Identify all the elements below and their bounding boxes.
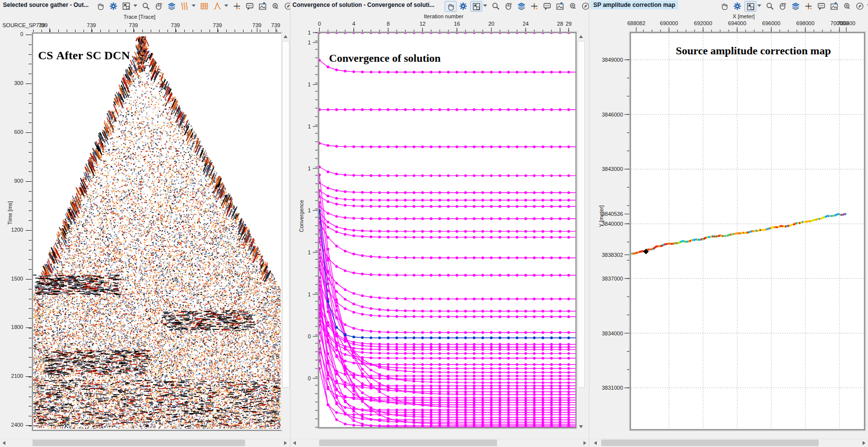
axis-tick bbox=[29, 387, 32, 387]
scroll-thumb[interactable] bbox=[319, 440, 497, 446]
data-point bbox=[455, 385, 458, 387]
scroll-left-button[interactable] bbox=[0, 439, 8, 447]
vertical-scrollbar-left[interactable] bbox=[281, 33, 289, 431]
scroll-right-button[interactable] bbox=[581, 439, 589, 447]
data-point bbox=[533, 387, 536, 390]
histogram-icon[interactable] bbox=[211, 1, 222, 11]
data-point bbox=[524, 408, 527, 411]
axis-tick bbox=[29, 44, 32, 45]
data-point bbox=[344, 423, 346, 425]
data-point bbox=[533, 315, 536, 318]
axis-tick bbox=[184, 30, 185, 32]
fit-view-icon[interactable] bbox=[121, 1, 131, 11]
data-point bbox=[473, 413, 475, 416]
seismic-plot-area[interactable] bbox=[32, 33, 283, 431]
convergence-chart[interactable]: 0481216202428291111111100Convergence of … bbox=[290, 0, 589, 447]
horizontal-scrollbar-right[interactable] bbox=[591, 439, 868, 447]
time-tick-label: 1200 bbox=[11, 227, 23, 233]
crosshair-icon[interactable] bbox=[231, 1, 242, 11]
data-point bbox=[490, 71, 493, 73]
data-point bbox=[507, 404, 510, 406]
pan-hand-icon[interactable] bbox=[95, 1, 106, 11]
data-point bbox=[490, 352, 493, 355]
data-point bbox=[395, 230, 398, 233]
horizontal-scrollbar-left[interactable] bbox=[0, 439, 290, 447]
data-point bbox=[387, 412, 389, 415]
data-point bbox=[516, 357, 518, 360]
data-point bbox=[473, 408, 475, 411]
amplitude-map-chart[interactable]: 6880826900006920006940006960006980007000… bbox=[589, 0, 868, 447]
seismic-image[interactable] bbox=[33, 34, 281, 429]
scroll-thumb[interactable] bbox=[33, 440, 245, 446]
settings-gear-icon[interactable] bbox=[108, 1, 119, 11]
data-point bbox=[507, 378, 510, 380]
data-point bbox=[438, 405, 441, 407]
wiggle-display-icon[interactable] bbox=[179, 1, 190, 11]
data-point bbox=[361, 386, 364, 389]
data-point bbox=[559, 316, 561, 318]
layers-icon[interactable] bbox=[166, 1, 177, 11]
export-image-icon[interactable] bbox=[257, 1, 268, 11]
data-point bbox=[335, 203, 338, 205]
data-point bbox=[524, 404, 527, 406]
data-point bbox=[473, 146, 475, 148]
data-point bbox=[567, 256, 570, 259]
data-point bbox=[481, 387, 484, 390]
plot-frame bbox=[630, 33, 865, 430]
scroll-left-button[interactable] bbox=[290, 439, 298, 447]
vertical-scrollbar-mid[interactable] bbox=[577, 33, 585, 431]
data-point bbox=[473, 348, 475, 351]
data-point bbox=[421, 363, 424, 366]
measure-icon[interactable] bbox=[270, 1, 281, 11]
data-point bbox=[447, 146, 450, 148]
data-point bbox=[438, 399, 441, 401]
data-point bbox=[464, 413, 467, 416]
scroll-thumb[interactable] bbox=[282, 41, 289, 388]
data-point bbox=[447, 401, 450, 404]
data-point bbox=[541, 378, 544, 380]
scroll-thumb[interactable] bbox=[601, 440, 819, 446]
data-point bbox=[533, 343, 536, 346]
data-point bbox=[438, 408, 441, 411]
fit-view-dropdown-arrow-icon[interactable] bbox=[133, 4, 137, 7]
data-point bbox=[498, 217, 501, 220]
axis-tick bbox=[29, 132, 32, 133]
scroll-right-button[interactable] bbox=[860, 439, 868, 447]
scroll-up-button[interactable] bbox=[577, 33, 585, 41]
scroll-right-button[interactable] bbox=[282, 439, 289, 447]
scroll-left-button[interactable] bbox=[591, 439, 599, 447]
data-point bbox=[378, 399, 381, 402]
data-point bbox=[370, 408, 372, 411]
data-point bbox=[438, 397, 441, 399]
data-point bbox=[404, 411, 407, 413]
track-segment bbox=[790, 225, 792, 226]
data-point bbox=[430, 374, 432, 377]
data-point bbox=[464, 274, 467, 276]
x-tick-label: 24 bbox=[523, 21, 529, 27]
data-point bbox=[421, 346, 424, 348]
axis-tick bbox=[268, 30, 269, 32]
zoom-icon[interactable] bbox=[140, 1, 151, 11]
data-point bbox=[352, 347, 355, 349]
data-point bbox=[490, 385, 493, 387]
comment-icon[interactable] bbox=[244, 1, 255, 11]
data-point bbox=[498, 404, 501, 406]
histogram-dropdown-arrow-icon[interactable] bbox=[224, 4, 228, 7]
scroll-up-button[interactable] bbox=[282, 33, 289, 41]
spreadsheet-icon[interactable] bbox=[199, 1, 209, 11]
data-point bbox=[481, 363, 484, 366]
scroll-down-button[interactable] bbox=[577, 423, 585, 431]
horizontal-scrollbar-mid[interactable] bbox=[290, 439, 589, 447]
track-segment bbox=[739, 233, 740, 234]
scroll-thumb[interactable] bbox=[578, 41, 585, 388]
mouse-select-icon[interactable] bbox=[153, 1, 164, 11]
data-point bbox=[541, 146, 544, 148]
data-point bbox=[516, 315, 518, 318]
data-point bbox=[335, 189, 338, 192]
data-point bbox=[430, 405, 432, 407]
data-point bbox=[413, 418, 415, 421]
wiggle-display-dropdown-arrow-icon[interactable] bbox=[192, 4, 196, 7]
data-point bbox=[567, 371, 570, 373]
data-point bbox=[421, 399, 424, 401]
data-point bbox=[524, 381, 527, 384]
